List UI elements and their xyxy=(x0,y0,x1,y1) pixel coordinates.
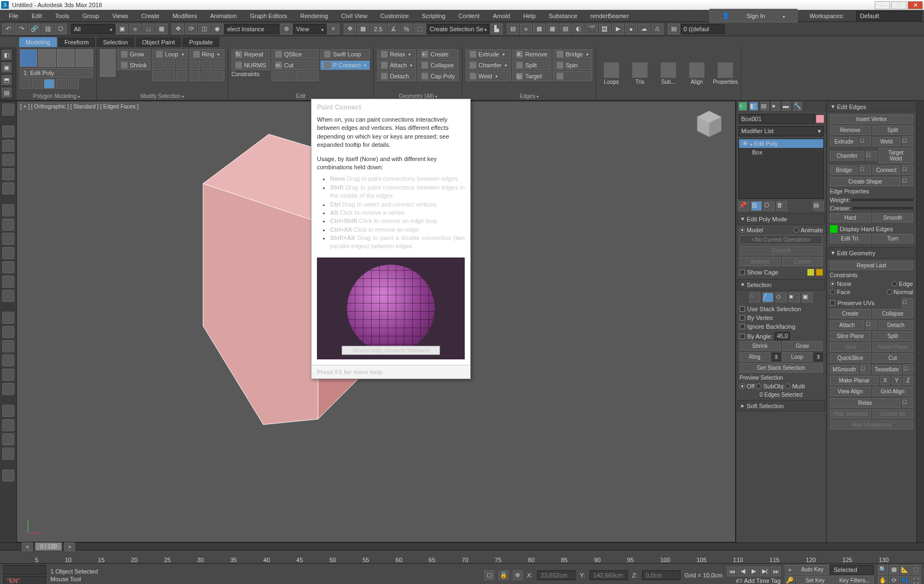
fov-icon[interactable]: 📐 xyxy=(900,565,910,575)
split-button[interactable]: Split xyxy=(512,60,551,70)
cancel-button[interactable]: Cancel xyxy=(782,257,823,266)
loop-prev-icon[interactable] xyxy=(152,60,163,70)
resetplane-button[interactable]: Reset Plane xyxy=(873,342,914,352)
tessellate-button[interactable]: Tessellate xyxy=(872,365,902,374)
sphere-icon[interactable] xyxy=(2,219,14,231)
unique-icon[interactable]: ⬡ xyxy=(764,201,775,211)
stack-box[interactable]: Box xyxy=(739,148,823,157)
time-handle[interactable]: 0 / 100 xyxy=(35,542,62,551)
abs-icon[interactable]: ⊕ xyxy=(513,570,523,580)
tube-icon[interactable] xyxy=(2,276,14,288)
ribbon-toggle2-icon[interactable]: ▣ xyxy=(2,62,11,72)
preserveuvs-checkbox[interactable] xyxy=(830,300,835,306)
menu-renderbeamer[interactable]: renderBeamer xyxy=(584,11,636,21)
insertvertex-button[interactable]: Insert Vertex xyxy=(830,114,913,124)
stack-editpoly[interactable]: 👁Edit Poly xyxy=(739,139,823,148)
modifier-stack[interactable]: 👁Edit Poly Box xyxy=(738,139,824,199)
weld-edge-button[interactable]: Weld xyxy=(873,137,901,146)
menu-civilview[interactable]: Civil View xyxy=(334,11,373,21)
hierarchy-tab-icon[interactable]: ▤ xyxy=(760,102,769,111)
ribbon-toggle4-icon[interactable]: ▤ xyxy=(2,88,11,98)
loop-spinner[interactable]: ⇕ xyxy=(814,353,823,361)
usestack-checkbox[interactable] xyxy=(740,306,745,312)
tab-freeform[interactable]: Freeform xyxy=(58,37,96,47)
viewalign-button[interactable]: View Align xyxy=(830,387,871,396)
connect-edge-button[interactable]: Connect xyxy=(873,165,901,175)
createshape-opt-icon[interactable]: □ xyxy=(902,176,913,186)
snap-toggle-icon[interactable]: ⌗ xyxy=(327,24,339,35)
torus-icon[interactable] xyxy=(2,247,14,259)
tab-selection[interactable]: Selection xyxy=(96,37,134,47)
shade-icon[interactable]: ● xyxy=(625,24,637,35)
motion-tab-icon[interactable]: ● xyxy=(771,102,780,111)
makeplanar-button[interactable]: Make Planar xyxy=(830,376,879,385)
chamfer-opt-icon[interactable]: □ xyxy=(866,151,877,161)
createshape-button[interactable]: Create Shape xyxy=(830,177,900,186)
crease-spinner[interactable] xyxy=(853,207,913,209)
so3-icon[interactable] xyxy=(44,79,55,89)
subobj-radio[interactable] xyxy=(756,383,761,389)
ribbon-toggle3-icon[interactable]: ⬒ xyxy=(2,75,11,85)
ext1-icon[interactable] xyxy=(2,312,14,324)
setkey-icon[interactable]: 🔑 xyxy=(785,576,795,585)
targetweld-button[interactable]: Target Weld xyxy=(879,148,913,163)
cappoly-button[interactable]: Cap Poly xyxy=(418,71,459,81)
bridge-opt-icon[interactable]: □ xyxy=(860,165,871,175)
menu-customize[interactable]: Customize xyxy=(374,11,415,21)
target-button[interactable]: ◎Target xyxy=(512,71,551,81)
ring-spinner[interactable]: ⇕ xyxy=(772,353,781,361)
byvertex-checkbox[interactable] xyxy=(740,315,745,320)
msmooth-opt-icon[interactable]: □ xyxy=(861,364,870,374)
x-field[interactable]: 23,652cm xyxy=(537,570,575,580)
cage-color2[interactable] xyxy=(816,269,823,276)
create-panel-icon[interactable] xyxy=(2,125,14,138)
object-name-field[interactable]: Box001 xyxy=(738,114,815,124)
walk-icon[interactable]: 👣 xyxy=(900,576,910,585)
ext7-icon[interactable] xyxy=(2,405,14,417)
constr-norm-icon[interactable] xyxy=(308,71,319,81)
isolate-icon[interactable]: ▢ xyxy=(484,570,494,580)
extrude-button[interactable]: Extrude xyxy=(466,49,511,59)
keyfilters-button[interactable]: Key Filters... xyxy=(835,576,874,585)
menu-create[interactable]: Create xyxy=(135,11,166,21)
rendered-frame-icon[interactable]: 🖼 xyxy=(599,24,611,35)
loop-next-icon[interactable] xyxy=(164,60,175,70)
3dsnap-icon[interactable]: ▦ xyxy=(357,24,369,35)
mirror-icon[interactable]: ▙ xyxy=(490,24,503,35)
render-preset-dropdown[interactable]: 0 ((defaul xyxy=(681,24,725,34)
editpoly-label[interactable]: 1: Edit Poly xyxy=(20,68,93,78)
hidesel-button[interactable]: Hide Selected xyxy=(830,409,871,419)
view-dropdown[interactable]: View xyxy=(293,24,326,34)
selection-header[interactable]: ▾Selection xyxy=(737,279,825,290)
slice-button[interactable]: Slice xyxy=(830,342,871,352)
cut-geom-button[interactable]: Cut xyxy=(873,353,914,363)
geomall-label[interactable]: Geometry (All) xyxy=(377,91,459,99)
tab-modeling[interactable]: Modeling xyxy=(19,37,57,47)
menu-substance[interactable]: Substance xyxy=(542,11,584,21)
detach-geom-button[interactable]: Detach xyxy=(879,320,913,330)
loop-b-icon[interactable] xyxy=(164,71,175,81)
signin-button[interactable]: 👤Sign In xyxy=(709,9,797,22)
render-view-icon[interactable]: ▤ xyxy=(668,24,680,35)
quickslice-button[interactable]: QuickSlice xyxy=(830,353,871,363)
object-color-swatch[interactable] xyxy=(816,115,824,123)
loop-a-icon[interactable] xyxy=(152,71,163,81)
sel-poly-icon[interactable]: ■ xyxy=(789,293,800,302)
setkey-button[interactable]: Set Key xyxy=(796,576,834,585)
settings-button[interactable]: Settings xyxy=(740,257,781,266)
weight-spinner[interactable] xyxy=(852,199,913,201)
keymode-dropdown[interactable]: Selected xyxy=(830,565,874,575)
byangle-checkbox[interactable] xyxy=(740,334,745,339)
play-icon[interactable]: ▶ xyxy=(749,566,759,576)
bind-icon[interactable]: ⬡ xyxy=(55,24,67,35)
remove-button[interactable]: ✕Remove xyxy=(512,49,551,59)
msmooth-button[interactable]: MSmooth xyxy=(830,365,859,374)
cone-icon[interactable] xyxy=(2,261,14,273)
so1-icon[interactable] xyxy=(20,79,31,89)
ref-coord-dropdown[interactable]: elect Instance xyxy=(224,24,279,34)
create-button[interactable]: +Create xyxy=(418,49,459,59)
align-icon[interactable]: ▤ xyxy=(507,24,519,35)
edge-radio[interactable] xyxy=(892,281,897,287)
bridge-edge-button[interactable]: Bridge xyxy=(830,165,858,175)
align-button[interactable]: Align xyxy=(684,61,710,86)
